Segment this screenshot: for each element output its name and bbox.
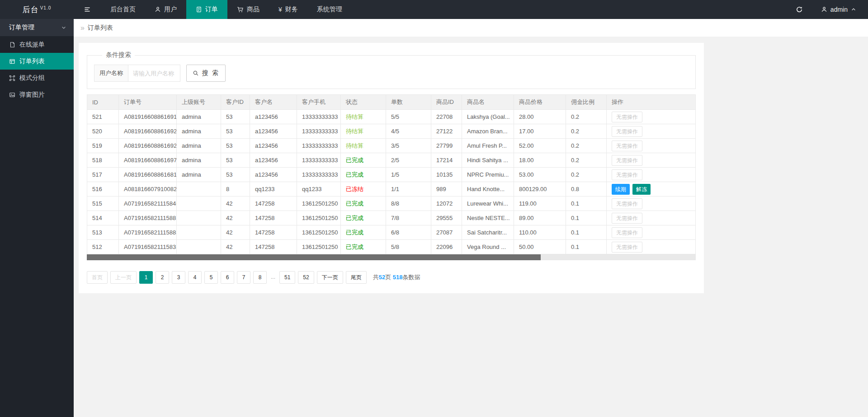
status-badge: 待结算	[346, 128, 363, 135]
table-row: 520A08191660886169248admina53a1234561333…	[87, 124, 696, 139]
unfreeze-button[interactable]: 解冻	[632, 184, 651, 195]
column-header-product_id: 商品ID	[431, 95, 462, 110]
nav-item-products[interactable]: 商品	[227, 0, 269, 19]
status-badge: 已冻结	[346, 186, 363, 192]
no-action-button: 无需操作	[612, 141, 642, 151]
table-row: 521A08191660886169163admina53a1234561333…	[87, 110, 696, 124]
sidebar-item-popup-image[interactable]: 弹窗图片	[0, 86, 74, 103]
no-action-button: 无需操作	[612, 169, 642, 180]
cell-customer_id: 8	[221, 182, 250, 197]
cell-actions: 无需操作	[607, 211, 696, 225]
pagination-page-7[interactable]: 7	[237, 271, 250, 284]
nav-item-users[interactable]: 用户	[145, 0, 186, 19]
sidebar-item-order-list[interactable]: 订单列表	[0, 53, 74, 70]
cell-actions: 无需操作	[607, 153, 696, 168]
cell-parent	[177, 225, 221, 240]
cell-product_id: 22708	[431, 110, 462, 124]
cell-product_name: Sai Satcharitr...	[462, 225, 514, 240]
pagination-page-6[interactable]: 6	[221, 271, 234, 284]
no-action-button: 无需操作	[612, 198, 642, 209]
pagination-page-2[interactable]: 2	[156, 271, 169, 284]
nav-item-home[interactable]: 后台首页	[101, 0, 145, 19]
pagination-ellipsis: ...	[269, 271, 277, 284]
cell-id: 513	[87, 225, 119, 240]
sidebar-item-online-dispatch[interactable]: 在线派单	[0, 36, 74, 53]
cell-count: 1/5	[386, 168, 431, 182]
cell-actions: 无需操作	[607, 240, 696, 254]
cell-customer_name: 147258	[250, 240, 297, 254]
nav-item-label: 订单	[205, 5, 218, 14]
cell-count: 5/5	[386, 110, 431, 124]
cell-order_no: A08191660886169788	[119, 153, 177, 168]
table-row: 514A071916582111588144214725813612501250…	[87, 211, 696, 225]
pagination-page-4[interactable]: 4	[188, 271, 202, 284]
horizontal-scrollbar[interactable]	[87, 254, 696, 260]
pagination-page-5[interactable]: 5	[204, 271, 218, 284]
user-icon	[821, 6, 827, 13]
list-icon	[9, 58, 15, 65]
cell-price: 119.00	[514, 197, 566, 211]
cell-customer_name: a123456	[250, 124, 297, 139]
status-badge: 待结算	[346, 142, 363, 149]
column-header-order_no: 订单号	[119, 95, 177, 110]
pagination-page-3[interactable]: 3	[172, 271, 185, 284]
search-button-label: 搜 索	[202, 69, 219, 77]
table-row: 515A071916582111584674214725813612501250…	[87, 197, 696, 211]
cell-actions: 无需操作	[607, 139, 696, 153]
pagination-next[interactable]: 下一页	[317, 271, 343, 284]
pagination-page-8[interactable]: 8	[253, 271, 267, 284]
table-row: 517A08191660886168152admina53a1234561333…	[87, 168, 696, 182]
cell-product_id: 29555	[431, 211, 462, 225]
refresh-button[interactable]	[796, 6, 803, 13]
cell-price: 17.00	[514, 124, 566, 139]
column-header-id: ID	[87, 95, 119, 110]
cell-phone: 13333333333	[297, 124, 341, 139]
renew-button[interactable]: 续期	[612, 184, 630, 195]
search-row: 用户名称 搜 索	[94, 65, 689, 82]
orders-table: ID订单号上级账号客户ID客户名客户手机状态单数商品ID商品名商品价格佣金比例操…	[87, 94, 696, 254]
sidebar: 订单管理 在线派单订单列表模式分组弹窗图片	[0, 19, 74, 417]
nav-item-label: 商品	[247, 5, 259, 14]
nav-item-orders[interactable]: 订单	[186, 0, 227, 19]
no-action-button: 无需操作	[612, 112, 642, 122]
column-header-commission: 佣金比例	[566, 95, 607, 110]
cell-product_name: Hindi Sahitya ...	[462, 153, 514, 168]
cell-status: 已完成	[341, 197, 386, 211]
app-logo: 后台V1.0	[0, 0, 74, 19]
cell-product_name: Lurewear Whi...	[462, 197, 514, 211]
cell-parent	[177, 240, 221, 254]
sidebar-item-mode-group[interactable]: 模式分组	[0, 70, 74, 86]
pagination-last[interactable]: 尾页	[346, 271, 367, 284]
menu-toggle-icon[interactable]	[74, 0, 101, 19]
nav-item-label: 用户	[164, 5, 177, 14]
main-content: 条件搜索 用户名称 搜 索 ID订单号上级账号客户ID客户名客户手机状态单数商品…	[74, 37, 868, 417]
cell-count: 8/8	[386, 197, 431, 211]
search-button[interactable]: 搜 索	[186, 65, 226, 82]
breadcrumb-chevrons-icon: »	[80, 24, 85, 32]
username-input[interactable]	[128, 65, 180, 82]
app-version: V1.0	[40, 5, 52, 10]
column-header-product_name: 商品名	[462, 95, 514, 110]
status-badge: 已完成	[346, 215, 363, 221]
cell-customer_id: 53	[221, 110, 250, 124]
person-icon	[155, 6, 161, 13]
nav-item-finance[interactable]: ¥财务	[269, 0, 307, 19]
cell-customer_id: 42	[221, 197, 250, 211]
breadcrumb-title: 订单列表	[88, 24, 113, 32]
pagination-prev: 上一页	[110, 271, 137, 284]
cell-price: 89.00	[514, 211, 566, 225]
cell-phone: 13333333333	[297, 168, 341, 182]
pagination-page-52[interactable]: 52	[298, 271, 314, 284]
top-navbar: 后台V1.0 后台首页用户订单商品¥财务系统管理 admin	[0, 0, 868, 19]
user-dropdown[interactable]: admin	[821, 6, 856, 13]
cell-status: 待结算	[341, 139, 386, 153]
pagination-page-1[interactable]: 1	[139, 271, 153, 284]
nav-item-system[interactable]: 系统管理	[307, 0, 352, 19]
no-action-button: 无需操作	[612, 242, 642, 253]
sidebar-group-order-management[interactable]: 订单管理	[0, 19, 74, 36]
scrollbar-thumb[interactable]	[87, 254, 541, 260]
cell-customer_id: 53	[221, 168, 250, 182]
pagination-page-51[interactable]: 51	[279, 271, 295, 284]
cell-status: 待结算	[341, 124, 386, 139]
cell-customer_name: 147258	[250, 225, 297, 240]
